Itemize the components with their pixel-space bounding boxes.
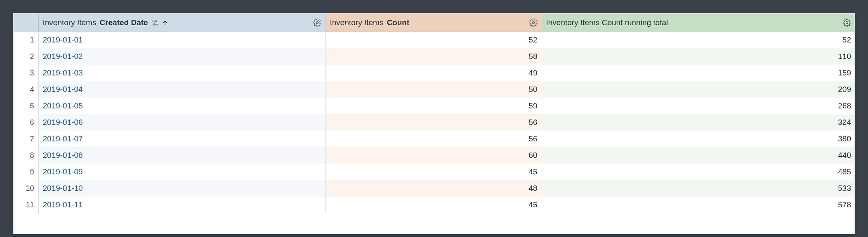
- row-number: 3: [14, 65, 38, 81]
- header-created-date-label: Inventory Items Created Date: [43, 18, 168, 27]
- cell-created-date[interactable]: 2019-01-01: [38, 32, 326, 48]
- cell-running-total[interactable]: 380: [542, 131, 855, 147]
- cell-running-total[interactable]: 533: [542, 180, 855, 197]
- cell-running-total[interactable]: 159: [542, 65, 855, 81]
- cell-count[interactable]: 45: [326, 197, 542, 213]
- cell-running-total[interactable]: 268: [542, 98, 855, 114]
- cell-count[interactable]: 52: [326, 32, 542, 48]
- cell-created-date[interactable]: 2019-01-08: [38, 147, 326, 164]
- svg-point-3: [316, 22, 318, 24]
- row-number: 5: [14, 98, 38, 114]
- cell-created-date[interactable]: 2019-01-10: [38, 180, 326, 197]
- cell-count[interactable]: 58: [326, 48, 542, 65]
- row-number: 4: [14, 81, 38, 98]
- cell-count[interactable]: 56: [326, 114, 542, 131]
- table-row: 32019-01-0349159: [14, 65, 855, 81]
- cell-created-date[interactable]: 2019-01-09: [38, 164, 326, 180]
- cell-running-total[interactable]: 110: [542, 48, 855, 65]
- table-row: 72019-01-0756380: [14, 131, 855, 147]
- drill-icon[interactable]: [151, 19, 159, 26]
- cell-count[interactable]: 45: [326, 164, 542, 180]
- table-row: 92019-01-0945485: [14, 164, 855, 180]
- table-header-row: Inventory Items Created Date: [14, 14, 855, 32]
- row-number: 9: [14, 164, 38, 180]
- row-number: 2: [14, 48, 38, 65]
- cell-running-total[interactable]: 324: [542, 114, 855, 131]
- table-row: 52019-01-0559268: [14, 98, 855, 114]
- cell-count[interactable]: 56: [326, 131, 542, 147]
- cell-running-total[interactable]: 52: [542, 32, 855, 48]
- table-body: 12019-01-01525222019-01-025811032019-01-…: [14, 32, 855, 213]
- table-row: 22019-01-0258110: [14, 48, 855, 65]
- gear-icon[interactable]: [529, 19, 538, 27]
- cell-count[interactable]: 59: [326, 98, 542, 114]
- cell-created-date[interactable]: 2019-01-11: [38, 197, 326, 213]
- table-row: 82019-01-0860440: [14, 147, 855, 164]
- cell-created-date[interactable]: 2019-01-05: [38, 98, 326, 114]
- header-count-label: Inventory Items Count: [330, 18, 410, 27]
- cell-created-date[interactable]: 2019-01-02: [38, 48, 326, 65]
- data-table-panel: Inventory Items Created Date: [13, 13, 855, 234]
- svg-point-5: [846, 22, 848, 24]
- table-row: 112019-01-1145578: [14, 197, 855, 213]
- header-running-total-label: Inventory Items Count running total: [546, 18, 668, 27]
- table-row: 42019-01-0450209: [14, 81, 855, 98]
- cell-running-total[interactable]: 440: [542, 147, 855, 164]
- table-row: 102019-01-1048533: [14, 180, 855, 197]
- table-row: 62019-01-0656324: [14, 114, 855, 131]
- svg-point-4: [532, 22, 534, 24]
- row-number: 10: [14, 180, 38, 197]
- header-created-date[interactable]: Inventory Items Created Date: [38, 14, 326, 32]
- header-running-total[interactable]: Inventory Items Count running total: [542, 14, 855, 32]
- cell-count[interactable]: 60: [326, 147, 542, 164]
- cell-running-total[interactable]: 209: [542, 81, 855, 98]
- gear-icon[interactable]: [843, 19, 851, 27]
- cell-created-date[interactable]: 2019-01-07: [38, 131, 326, 147]
- cell-count[interactable]: 49: [326, 65, 542, 81]
- cell-created-date[interactable]: 2019-01-06: [38, 114, 326, 131]
- cell-count[interactable]: 50: [326, 81, 542, 98]
- table-row: 12019-01-015252: [14, 32, 855, 48]
- row-number: 6: [14, 114, 38, 131]
- header-rownum: [14, 14, 38, 32]
- data-table: Inventory Items Created Date: [14, 14, 855, 213]
- cell-running-total[interactable]: 485: [542, 164, 855, 180]
- row-number: 11: [14, 197, 38, 213]
- sort-asc-icon[interactable]: [162, 20, 168, 26]
- row-number: 8: [14, 147, 38, 164]
- cell-created-date[interactable]: 2019-01-04: [38, 81, 326, 98]
- row-number: 7: [14, 131, 38, 147]
- row-number: 1: [14, 32, 38, 48]
- cell-created-date[interactable]: 2019-01-03: [38, 65, 326, 81]
- gear-icon[interactable]: [313, 19, 321, 27]
- header-count[interactable]: Inventory Items Count: [326, 14, 542, 32]
- cell-running-total[interactable]: 578: [542, 197, 855, 213]
- cell-count[interactable]: 48: [326, 180, 542, 197]
